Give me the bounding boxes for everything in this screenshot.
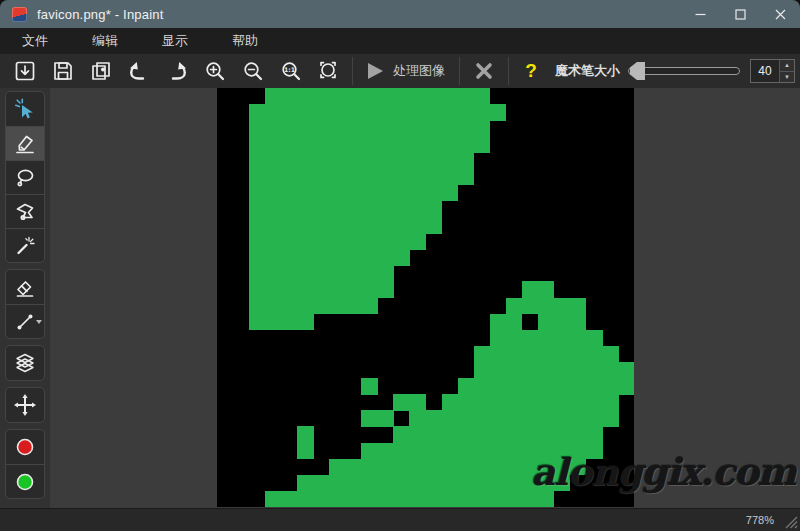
zoom-in-button[interactable] <box>196 56 234 86</box>
brush-size-input-group: ▲ ▼ <box>750 59 795 83</box>
save-button[interactable] <box>44 56 82 86</box>
close-button[interactable] <box>760 0 800 28</box>
tool-green-marker[interactable] <box>6 464 44 498</box>
spin-down-icon[interactable]: ▼ <box>780 72 794 83</box>
zoom-fit-button[interactable] <box>310 56 348 86</box>
zoom-fit-icon <box>317 59 341 83</box>
move-tool-group <box>5 387 45 423</box>
layers-tool-group <box>5 345 45 381</box>
tool-layers[interactable] <box>6 346 44 380</box>
line-tool-icon <box>13 310 37 334</box>
menubar: 文件 编辑 显示 帮助 <box>0 28 800 54</box>
redo-icon <box>165 59 189 83</box>
red-marker-icon <box>13 435 37 459</box>
maximize-button[interactable] <box>720 0 760 28</box>
zoom-1-1-icon: 1:1 <box>279 59 303 83</box>
editor-area: alonggix.com <box>50 88 800 508</box>
tool-lasso[interactable] <box>6 160 44 194</box>
inpaint-window: favicon.png* - Inpaint 文件 编辑 显示 帮助 <box>0 0 800 531</box>
zoom-level-text: 778% <box>746 514 774 526</box>
tool-magic-cursor[interactable] <box>6 92 44 126</box>
app-icon <box>12 7 27 22</box>
save-icon <box>51 59 75 83</box>
tool-red-marker[interactable] <box>6 430 44 464</box>
undo-button[interactable] <box>120 56 158 86</box>
tool-polygon-lasso[interactable] <box>6 194 44 228</box>
layers-icon <box>13 351 37 375</box>
brush-size-input[interactable] <box>751 60 779 82</box>
toolbar-separator <box>352 57 353 85</box>
play-icon <box>363 59 387 83</box>
toolbar-separator <box>459 57 460 85</box>
magic-wand-icon <box>13 234 37 258</box>
toolbar-separator <box>508 57 509 85</box>
polygon-lasso-icon <box>13 200 37 224</box>
preview-icon <box>89 59 113 83</box>
canvas-image <box>217 88 634 507</box>
eraser-icon <box>13 275 37 299</box>
tool-move[interactable] <box>6 388 44 422</box>
tool-sidebar <box>0 88 50 508</box>
titlebar[interactable]: favicon.png* - Inpaint <box>0 0 800 28</box>
green-marker-icon <box>13 470 37 494</box>
tool-magic-wand[interactable] <box>6 228 44 262</box>
process-image-label: 处理图像 <box>393 62 445 80</box>
help-button[interactable]: ? <box>513 56 549 86</box>
marker-icon <box>13 132 37 156</box>
tool-eraser[interactable] <box>6 270 44 304</box>
help-icon: ? <box>525 60 537 82</box>
resize-grip[interactable] <box>785 516 798 529</box>
process-image-button[interactable]: 处理图像 <box>357 56 455 86</box>
brush-size-label: 魔术笔大小 <box>555 62 620 80</box>
menu-edit[interactable]: 编辑 <box>70 28 140 54</box>
cancel-icon <box>472 59 496 83</box>
redo-button[interactable] <box>158 56 196 86</box>
preview-button[interactable] <box>82 56 120 86</box>
svg-text:1:1: 1:1 <box>284 66 295 73</box>
zoom-actual-button[interactable]: 1:1 <box>272 56 310 86</box>
spin-up-icon[interactable]: ▲ <box>780 60 794 72</box>
open-button[interactable] <box>6 56 44 86</box>
cancel-button[interactable] <box>464 56 504 86</box>
selection-tool-group <box>5 91 45 263</box>
zoom-out-icon <box>241 59 265 83</box>
window-title: favicon.png* - Inpaint <box>37 7 680 22</box>
statusbar: 778% <box>0 508 800 531</box>
open-icon <box>13 59 37 83</box>
tool-marker[interactable] <box>6 126 44 160</box>
menu-view[interactable]: 显示 <box>140 28 210 54</box>
eraser-tool-group <box>5 269 45 339</box>
image-canvas[interactable] <box>217 88 634 507</box>
minimize-button[interactable] <box>680 0 720 28</box>
tool-line[interactable] <box>6 304 44 338</box>
menu-help[interactable]: 帮助 <box>210 28 280 54</box>
line-tool-dropdown-icon[interactable] <box>36 320 42 324</box>
toolbar: 1:1 处理图像 ? 魔术笔大小 <box>0 54 800 88</box>
lasso-icon <box>13 166 37 190</box>
marker-color-group <box>5 429 45 499</box>
brush-size-slider[interactable] <box>628 61 740 81</box>
menu-file[interactable]: 文件 <box>0 28 70 54</box>
undo-icon <box>127 59 151 83</box>
magic-cursor-icon <box>13 97 37 121</box>
slider-handle[interactable] <box>630 62 645 80</box>
zoom-in-icon <box>203 59 227 83</box>
zoom-out-button[interactable] <box>234 56 272 86</box>
move-icon <box>13 393 37 417</box>
